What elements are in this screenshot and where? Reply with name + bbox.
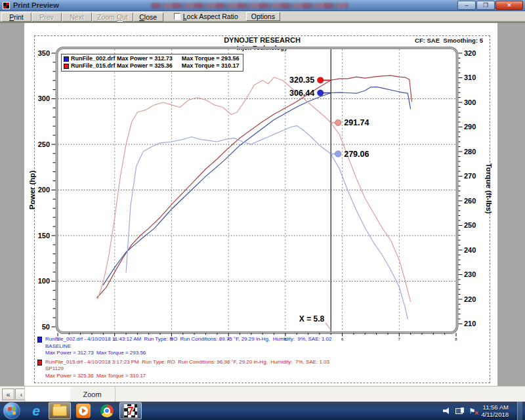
run-footnote: RunFile_002.drf - 4/10/2018 11:43:12 AM … (37, 336, 331, 357)
svg-text:300: 300 (38, 94, 50, 102)
chrome-icon (100, 404, 114, 417)
start-button[interactable] (3, 402, 20, 419)
next-button: Next (62, 12, 92, 22)
taskbar-item-chrome[interactable] (96, 402, 118, 419)
winpep-app-icon (3, 2, 10, 9)
svg-text:7: 7 (398, 337, 401, 341)
footnote-color-swatch (37, 360, 42, 366)
clock-date: 4/11/2018 (481, 411, 509, 418)
correction-smoothing-note: CF: SAE Smoothing: 5 (415, 37, 483, 44)
taskbar-item-winpep[interactable]: 7 (119, 402, 142, 419)
power-axis-label: Power (hp) (28, 171, 36, 210)
preview-workspace: DYNOJET RESEARCH Injen Technology CF: SA… (0, 22, 525, 386)
print-button[interactable]: Print (1, 12, 32, 22)
taskbar-item-internet-explorer[interactable]: e (25, 402, 47, 419)
winpep-7-icon: 7 (123, 404, 138, 418)
maximize-button[interactable]: ❐ (476, 1, 495, 10)
close-window-button[interactable]: ✕ (495, 1, 523, 10)
statusbar-spacer (115, 387, 525, 402)
clock-time: 11:56 AM (481, 404, 509, 411)
legend-color-swatch (64, 56, 69, 62)
dyno-chart: 1234567850100150200250300350210220230240… (26, 45, 495, 342)
svg-text:290: 290 (464, 123, 476, 131)
cursor-value-label: 306.44 (289, 89, 314, 98)
volume-icon[interactable] (443, 408, 451, 414)
cursor-value-label: 279.06 (344, 150, 369, 159)
series-torque_015 (98, 77, 411, 302)
network-icon[interactable] (455, 408, 464, 414)
zoom-out-button: Zoom Out (92, 12, 133, 22)
series-power_002 (103, 87, 410, 285)
svg-text:250: 250 (464, 221, 476, 229)
action-center-flag-icon[interactable]: ⚑✕ (469, 407, 476, 415)
internet-explorer-icon: e (32, 404, 40, 417)
svg-text:220: 220 (464, 295, 476, 303)
svg-text:210: 210 (464, 320, 476, 327)
legend-row: RunFile_015.drf Max Power = 325.36Max To… (64, 62, 239, 70)
svg-text:300: 300 (464, 98, 476, 106)
system-tray: ⚑✕ 11:56 AM 4/11/2018 (443, 402, 525, 420)
torque-axis-label: Torque (ft-lbs) (485, 163, 493, 214)
svg-text:100: 100 (38, 277, 50, 285)
toolbar: PrintPrevNextZoom OutClose Lock Aspect R… (0, 11, 525, 22)
footnote-color-swatch (37, 337, 42, 343)
svg-text:270: 270 (464, 172, 476, 180)
titlebar: Print Preview – ❐ ✕ (0, 0, 525, 11)
svg-text:310: 310 (464, 74, 476, 81)
lock-aspect-ratio-label: Lock Aspect Ratio (183, 12, 238, 20)
run-footnote: RunFile_015.drf - 4/10/2018 3:17:23 PM R… (37, 359, 331, 380)
cursor-value-label: 291.74 (344, 118, 369, 127)
cursor-x-label: X = 5.8 (299, 314, 325, 324)
svg-text:350: 350 (38, 49, 50, 57)
taskbar-item-media-player[interactable] (72, 402, 94, 419)
minimize-button[interactable]: – (457, 1, 476, 10)
cursor-value-label: 320.35 (289, 75, 314, 85)
run-footnotes: RunFile_002.drf - 4/10/2018 11:43:12 AM … (37, 336, 331, 381)
close-button[interactable]: Close (133, 12, 163, 22)
svg-text:6: 6 (341, 337, 344, 341)
print-preview-window: Print Preview – ❐ ✕ PrintPrevNextZoom Ou… (0, 0, 525, 420)
svg-text:200: 200 (38, 186, 50, 194)
options-button[interactable]: Options (246, 12, 280, 21)
statusbar: «‹›» Page: 1 Zoom (0, 386, 525, 402)
folder-icon (52, 406, 67, 416)
taskbar: e 7 ⚑✕ 11:56 AM 4/11/2018 (0, 402, 525, 420)
svg-text:150: 150 (38, 232, 50, 240)
media-player-icon (76, 404, 91, 418)
first-page-button[interactable]: « (2, 388, 14, 400)
svg-text:50: 50 (42, 323, 50, 331)
svg-text:280: 280 (464, 148, 476, 156)
titlebar-filename-smudge (151, 3, 348, 9)
windows-logo-icon (8, 407, 16, 415)
prev-button: Prev (32, 12, 62, 22)
svg-text:8: 8 (455, 337, 457, 341)
svg-text:260: 260 (464, 197, 476, 205)
series-power_015 (97, 75, 412, 297)
taskbar-item-explorer[interactable] (49, 402, 71, 419)
taskbar-clock[interactable]: 11:56 AM 4/11/2018 (481, 404, 513, 418)
zoom-indicator[interactable]: Zoom (69, 387, 115, 402)
window-title: Print Preview (13, 1, 59, 9)
lock-aspect-ratio-control[interactable]: Lock Aspect Ratio (174, 12, 238, 20)
legend-row: RunFile_002.drf Max Power = 312.73Max To… (64, 55, 239, 62)
svg-text:320: 320 (464, 49, 476, 57)
svg-text:230: 230 (464, 270, 476, 278)
lock-aspect-ratio-checkbox[interactable] (174, 13, 180, 20)
legend-color-swatch (64, 64, 69, 69)
svg-text:250: 250 (38, 140, 50, 148)
svg-text:240: 240 (464, 246, 476, 254)
chart-legend: RunFile_002.drf Max Power = 312.73Max To… (61, 54, 243, 72)
preview-page: DYNOJET RESEARCH Injen Technology CF: SA… (24, 23, 497, 387)
show-desktop-button[interactable] (517, 402, 522, 420)
